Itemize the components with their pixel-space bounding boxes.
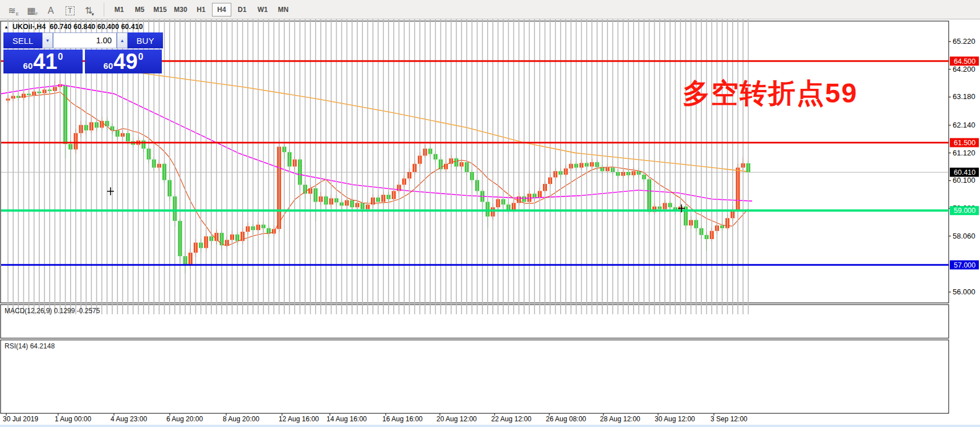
macd-indicator-label: MACD(12,26,9) 0.1299 -0.2575	[5, 307, 100, 315]
price-badge-label: 64.500	[954, 58, 975, 65]
text-label-icon[interactable]: A	[42, 2, 59, 17]
time-axis-label: 4 Aug 23:00	[111, 415, 147, 423]
rsi-indicator-label: RSI(14) 64.2148	[5, 342, 55, 350]
chart-annotation-text: 多空转折点59	[683, 75, 858, 112]
buy-price-pips: 49	[113, 51, 137, 72]
grid-icon[interactable]: ▦F	[23, 2, 40, 17]
price-axis-label: 60.100	[953, 176, 975, 184]
symbol-header: ▲ UKOil-,H4 60.740 60.840 60.400 60.410	[4, 23, 143, 31]
status-bar-edge	[0, 425, 980, 427]
price-axis-label: 56.000	[953, 288, 975, 296]
price-axis-label: 61.120	[953, 149, 975, 157]
sell-price-pips: 41	[33, 51, 57, 72]
time-axis-label: 30 Aug 12:00	[655, 415, 695, 423]
volume-input[interactable]: 1.00	[53, 32, 117, 48]
one-click-trading-widget: SELL ▼ 1.00 ▲ BUY 60 41 0 60 49 0	[3, 32, 163, 73]
macd-panel[interactable]	[1, 305, 949, 338]
price-axis-label: 63.180	[953, 92, 975, 101]
top-toolbar: ≋E▦FAT⇅▾ M1M5M15M30H1H4D1W1MN	[0, 0, 980, 19]
timeframe-button-m15[interactable]: M15	[150, 3, 170, 17]
time-axis-label: 8 Aug 20:00	[223, 415, 259, 423]
price-badge-label: 57.000	[954, 261, 975, 269]
toolbar-separator	[104, 3, 104, 17]
timeframe-button-m1[interactable]: M1	[109, 3, 129, 17]
time-axis-label: 20 Aug 12:00	[436, 415, 477, 423]
time-axis-label: 3 Sep 12:00	[710, 415, 748, 423]
buy-price-display[interactable]: 60 49 0	[85, 50, 162, 73]
buy-price-int: 60	[104, 61, 113, 71]
price-badge-label: 61.500	[954, 139, 975, 147]
timeframe-button-d1[interactable]: D1	[232, 3, 252, 17]
price-badge-label: 59.000	[954, 207, 975, 215]
arrows-icon[interactable]: ⇅▾	[81, 2, 98, 17]
sell-price-int: 60	[23, 61, 33, 71]
time-axis-label: 28 Aug 12:00	[600, 415, 640, 423]
drawing-tools-group: ≋E▦FAT⇅▾	[0, 2, 98, 17]
buy-price-point: 0	[138, 52, 144, 62]
time-axis-label: 26 Aug 08:00	[546, 415, 586, 423]
time-axis-label: 12 Aug 16:00	[279, 415, 319, 423]
timeframe-button-m5[interactable]: M5	[130, 3, 149, 17]
sell-price-point: 0	[58, 52, 63, 62]
timeframe-group: M1M5M15M30H1H4D1W1MN	[109, 3, 293, 17]
volume-decrease-button[interactable]: ▼	[42, 32, 53, 48]
text-box-icon[interactable]: T	[62, 2, 79, 17]
symbol-period-label: UKOil-,H4	[13, 23, 46, 31]
timeframe-button-h1[interactable]: H1	[191, 3, 211, 17]
price-axis-label: 58.060	[953, 232, 975, 240]
ohlc-values: 60.740 60.840 60.400 60.410	[50, 23, 142, 31]
price-axis-label: 65.220	[953, 37, 975, 46]
price-axis-label: 64.200	[953, 65, 975, 73]
time-axis-label: 1 Aug 00:00	[55, 415, 91, 423]
timeframe-button-w1[interactable]: W1	[253, 3, 272, 17]
timeframe-button-mn[interactable]: MN	[273, 3, 293, 17]
time-axis-label: 30 Jul 2019	[3, 415, 38, 423]
rsi-panel[interactable]	[1, 340, 949, 413]
time-axis-label: 14 Aug 16:00	[326, 415, 367, 423]
time-axis-label: 16 Aug 16:00	[382, 415, 423, 423]
time-axis-label: 6 Aug 20:00	[166, 415, 203, 423]
sell-price-display[interactable]: 60 41 0	[3, 50, 83, 73]
volume-increase-button[interactable]: ▲	[117, 32, 128, 48]
indicators-icon[interactable]: ≋E	[3, 2, 21, 17]
sell-button[interactable]: SELL	[3, 32, 42, 48]
price-badge-label: 60.410	[954, 169, 975, 176]
timeframe-button-m30[interactable]: M30	[171, 3, 190, 17]
buy-button[interactable]: BUY	[128, 32, 163, 48]
time-axis-label: 22 Aug 12:00	[491, 415, 532, 423]
price-axis-label: 62.140	[953, 121, 975, 129]
timeframe-button-h4[interactable]: H4	[212, 3, 231, 17]
collapse-panel-icon[interactable]: ▲	[4, 24, 9, 30]
